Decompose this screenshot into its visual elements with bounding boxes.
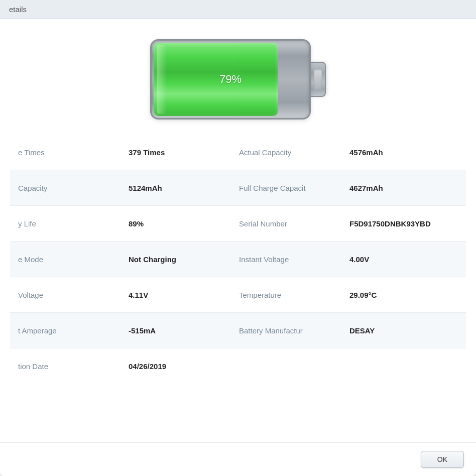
label-cell-2: Actual Capacity xyxy=(231,135,341,170)
battery-terminal xyxy=(311,62,326,97)
table-row: Capacity 5124mAh Full Charge Capacit 462… xyxy=(10,170,466,206)
battery-details-dialog: etails 79% e Times 379 Times Actual Capa… xyxy=(0,0,476,476)
label-cell-2: Full Charge Capacit xyxy=(231,170,341,205)
dialog-footer: OK xyxy=(0,442,476,476)
table-row: e Times 379 Times Actual Capacity 4576mA… xyxy=(10,135,466,170)
label-cell-1: e Mode xyxy=(10,242,121,277)
label-cell-2: Serial Number xyxy=(231,206,341,241)
battery-icon: 79% xyxy=(150,39,326,120)
battery-percent: 79% xyxy=(219,73,242,86)
battery-section: 79% xyxy=(0,19,476,135)
value-cell-1: 89% xyxy=(121,206,231,241)
battery-body: 79% xyxy=(150,39,311,120)
ok-button[interactable]: OK xyxy=(421,451,464,468)
value-cell-2: DESAY xyxy=(341,313,466,348)
value-cell-1: 5124mAh xyxy=(121,170,231,205)
value-cell-1: 04/26/2019 xyxy=(121,348,231,384)
value-cell-2: 4576mAh xyxy=(341,135,466,170)
label-cell-2: Temperature xyxy=(231,277,341,312)
dialog-title: etails xyxy=(9,5,27,14)
value-cell-2: 29.09°C xyxy=(341,277,466,312)
value-cell-2: F5D91750DNBK93YBD xyxy=(341,206,466,241)
value-cell-2: 4.00V xyxy=(341,242,466,277)
label-cell-2 xyxy=(231,348,341,384)
label-cell-1: e Times xyxy=(10,135,121,170)
value-cell-1: Not Charging xyxy=(121,242,231,277)
value-cell-2: 4627mAh xyxy=(341,170,466,205)
label-cell-2: Battery Manufactur xyxy=(231,313,341,348)
label-cell-1: Voltage xyxy=(10,277,121,312)
label-cell-1: t Amperage xyxy=(10,313,121,348)
label-cell-1: y Life xyxy=(10,206,121,241)
table-row: y Life 89% Serial Number F5D91750DNBK93Y… xyxy=(10,206,466,242)
table-row: e Mode Not Charging Instant Voltage 4.00… xyxy=(10,242,466,277)
dialog-title-bar: etails xyxy=(0,0,476,19)
value-cell-1: 379 Times xyxy=(121,135,231,170)
label-cell-1: Capacity xyxy=(10,170,121,205)
table-row: tion Date 04/26/2019 xyxy=(10,348,466,384)
table-row: t Amperage -515mA Battery Manufactur DES… xyxy=(10,313,466,348)
table-row: Voltage 4.11V Temperature 29.09°C xyxy=(10,277,466,313)
info-table: e Times 379 Times Actual Capacity 4576mA… xyxy=(0,135,476,442)
value-cell-1: -515mA xyxy=(121,313,231,348)
label-cell-2: Instant Voltage xyxy=(231,242,341,277)
label-cell-1: tion Date xyxy=(10,348,121,384)
value-cell-1: 4.11V xyxy=(121,277,231,312)
battery-fill xyxy=(154,43,278,116)
value-cell-2 xyxy=(341,348,466,384)
